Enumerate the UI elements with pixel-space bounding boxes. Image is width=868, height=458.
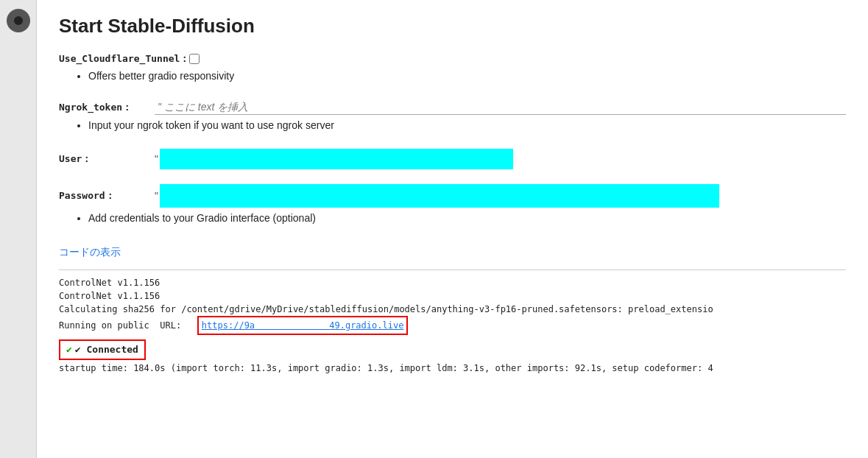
cloudflare-bullets: Offers better gradio responsivity xyxy=(88,70,846,82)
connected-badge: ✔ ✔ Connected xyxy=(59,339,146,360)
ngrok-row: Ngrok_token： xyxy=(59,99,846,115)
ngrok-bullets: Input your ngrok token if you want to us… xyxy=(88,119,846,131)
user-input[interactable] xyxy=(160,149,513,169)
main-content: Start Stable-Diffusion Use_Cloudflare_Tu… xyxy=(37,0,868,458)
url-box: https://9a 49.gradio.live xyxy=(197,316,409,335)
user-quote: " xyxy=(155,153,158,165)
console-line-2: ControlNet v1.1.156 xyxy=(59,289,846,303)
sidebar xyxy=(0,0,37,458)
console-line-connected: ✔ ✔ Connected xyxy=(59,337,846,360)
show-code-link[interactable]: コードの表示 xyxy=(59,246,846,259)
ngrok-section: Ngrok_token： Input your ngrok token if y… xyxy=(59,99,846,138)
cloudflare-checkbox[interactable] xyxy=(189,54,200,64)
cloudflare-bullet-1: Offers better gradio responsivity xyxy=(88,70,846,82)
console-line-5: startup time: 184.0s (import torch: 11.3… xyxy=(59,362,846,375)
password-quote: " xyxy=(155,190,158,202)
url-part-1: https://9a xyxy=(202,320,255,331)
cloudflare-row: Use_Cloudflare_Tunnel： xyxy=(59,52,846,66)
url-part-2: 49.gradio.live xyxy=(329,320,403,331)
console-line-3: Calculating sha256 for /content/gdrive/M… xyxy=(59,303,846,316)
user-section: User： " xyxy=(59,149,846,174)
page-title: Start Stable-Diffusion xyxy=(59,15,846,38)
user-row: User： " xyxy=(59,149,846,169)
credentials-bullets: Add credentials to your Gradio interface… xyxy=(88,212,846,224)
ngrok-input[interactable] xyxy=(155,99,846,115)
icon-inner xyxy=(14,16,23,25)
user-label: User： xyxy=(59,152,155,166)
password-row: Password： " xyxy=(59,184,846,208)
menu-icon[interactable] xyxy=(7,9,30,32)
ngrok-label: Ngrok_token： xyxy=(59,101,155,114)
connected-text: ✔ Connected xyxy=(75,342,138,357)
console-section: ControlNet v1.1.156 ControlNet v1.1.156 … xyxy=(59,269,846,443)
password-section: Password： " Add credentials to your Grad… xyxy=(59,184,846,231)
check-icon: ✔ xyxy=(66,342,72,357)
password-label: Password： xyxy=(59,189,155,202)
cloudflare-label: Use_Cloudflare_Tunnel： xyxy=(59,52,189,66)
url-link-1[interactable]: https://9a 49.gradio.live xyxy=(202,320,404,331)
ngrok-bullet-1: Input your ngrok token if you want to us… xyxy=(88,119,846,131)
credentials-bullet-1: Add credentials to your Gradio interface… xyxy=(88,212,846,224)
console-line-4: Running on public URL: https://9a 49.gra… xyxy=(59,316,846,335)
console-line-1: ControlNet v1.1.156 xyxy=(59,276,846,289)
password-input[interactable] xyxy=(160,184,719,208)
cloudflare-section: Use_Cloudflare_Tunnel： Offers better gra… xyxy=(59,52,846,89)
